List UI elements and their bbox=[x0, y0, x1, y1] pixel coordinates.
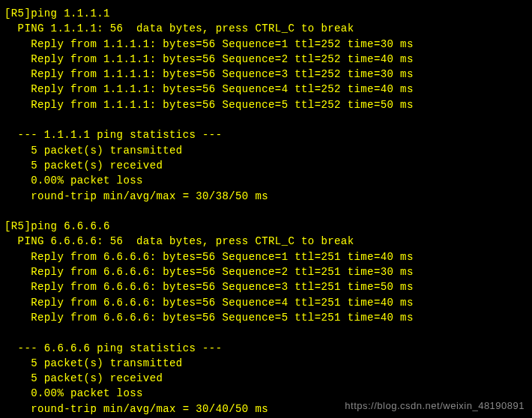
stats-line: round-trip min/avg/max = 30/38/50 ms bbox=[4, 189, 528, 204]
ping-reply: Reply from 1.1.1.1: bytes=56 Sequence=3 … bbox=[4, 67, 528, 82]
ping-reply: Reply from 1.1.1.1: bytes=56 Sequence=5 … bbox=[4, 97, 528, 112]
ping-reply: Reply from 6.6.6.6: bytes=56 Sequence=3 … bbox=[4, 279, 528, 294]
stats-line: 5 packet(s) transmitted bbox=[4, 143, 528, 158]
ping-reply: Reply from 6.6.6.6: bytes=56 Sequence=4 … bbox=[4, 295, 528, 310]
command-line: [R5]ping 6.6.6.6 bbox=[4, 219, 528, 234]
ping-reply: Reply from 1.1.1.1: bytes=56 Sequence=2 … bbox=[4, 52, 528, 67]
blank-line bbox=[4, 325, 528, 340]
ping-reply: Reply from 6.6.6.6: bytes=56 Sequence=1 … bbox=[4, 249, 528, 264]
blank-line bbox=[4, 204, 528, 219]
ping-header: PING 1.1.1.1: 56 data bytes, press CTRL_… bbox=[4, 21, 528, 36]
stats-header: --- 1.1.1.1 ping statistics --- bbox=[4, 127, 528, 142]
stats-line: 0.00% packet loss bbox=[4, 173, 528, 188]
ping-header: PING 6.6.6.6: 56 data bytes, press CTRL_… bbox=[4, 234, 528, 249]
ping-reply: Reply from 6.6.6.6: bytes=56 Sequence=5 … bbox=[4, 310, 528, 325]
stats-header: --- 6.6.6.6 ping statistics --- bbox=[4, 341, 528, 356]
stats-line: 5 packet(s) received bbox=[4, 371, 528, 386]
stats-line: 5 packet(s) received bbox=[4, 158, 528, 173]
terminal-output[interactable]: [R5]ping 1.1.1.1 PING 1.1.1.1: 56 data b… bbox=[4, 6, 528, 417]
stats-line: 5 packet(s) transmitted bbox=[4, 356, 528, 371]
ping-reply: Reply from 1.1.1.1: bytes=56 Sequence=4 … bbox=[4, 82, 528, 97]
ping-reply: Reply from 1.1.1.1: bytes=56 Sequence=1 … bbox=[4, 37, 528, 52]
ping-reply: Reply from 6.6.6.6: bytes=56 Sequence=2 … bbox=[4, 264, 528, 279]
watermark-text: https://blog.csdn.net/weixin_48190891 bbox=[345, 399, 525, 414]
blank-line bbox=[4, 112, 528, 127]
command-line: [R5]ping 1.1.1.1 bbox=[4, 6, 528, 21]
